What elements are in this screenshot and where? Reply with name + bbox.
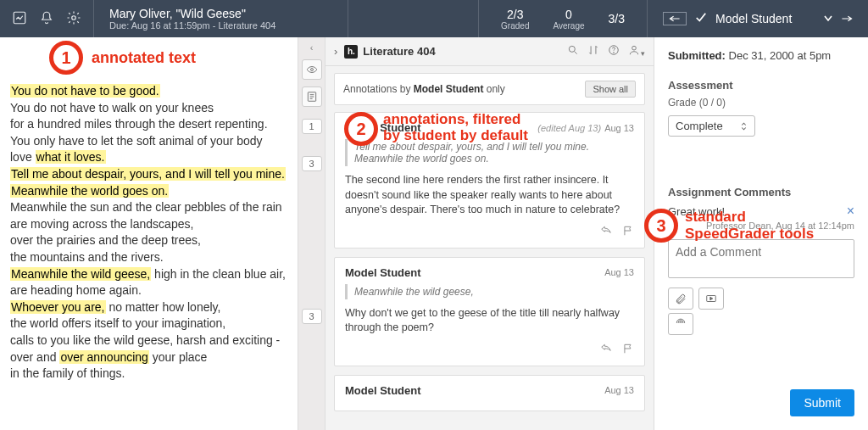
annotation-body: The second line here renders the first r… bbox=[345, 173, 634, 218]
gutter-count[interactable]: 3 bbox=[302, 156, 322, 171]
assessment-heading: Assessment bbox=[668, 79, 854, 92]
chevron-right-icon[interactable]: › bbox=[334, 45, 337, 58]
stat-graded-label: Graded bbox=[501, 21, 529, 31]
delete-comment-icon[interactable]: × bbox=[847, 204, 854, 219]
student-selector: Model Student bbox=[648, 0, 868, 37]
annotation-card[interactable]: Model StudentAug 13 bbox=[334, 375, 645, 411]
document-line: You only have to let the soft animal of … bbox=[10, 133, 289, 150]
document-line: for a hundred miles through the desert r… bbox=[10, 116, 289, 133]
gutter-count[interactable]: 1 bbox=[302, 119, 322, 134]
annotations-toolbar: ▾ bbox=[567, 44, 645, 59]
chevron-left-icon[interactable]: ‹ bbox=[310, 42, 314, 53]
comment-text: Great work! bbox=[668, 205, 725, 218]
document-line: calls to you like the wild geese, harsh … bbox=[10, 332, 289, 349]
submit-button[interactable]: Submit bbox=[790, 389, 854, 416]
media-comment-button[interactable] bbox=[698, 288, 724, 310]
comment-meta: Professor Dean, Aug 14 at 12:14pm bbox=[668, 221, 854, 231]
comments-heading: Assignment Comments bbox=[668, 186, 854, 198]
speedgrader-topbar: Mary Oliver, "Wild Geese" Due: Aug 16 at… bbox=[0, 0, 868, 37]
help-icon[interactable] bbox=[608, 44, 620, 59]
document-column: You do not have to be good.You do not ha… bbox=[0, 37, 298, 430]
svg-point-1 bbox=[72, 15, 76, 20]
stat-graded-value: 2/3 bbox=[501, 8, 529, 21]
document-line: are moving across the landscapes, bbox=[10, 216, 289, 233]
attach-file-button[interactable] bbox=[668, 288, 693, 310]
document-line: the mountains and the rivers. bbox=[10, 249, 289, 266]
stat-average-value: 0 bbox=[553, 8, 584, 21]
grade-select[interactable]: Complete bbox=[668, 115, 755, 137]
document-line: You do not have to walk on your knees bbox=[10, 100, 289, 117]
next-student-button[interactable] bbox=[841, 14, 853, 24]
main-content: You do not have to be good.You do not ha… bbox=[0, 37, 868, 430]
assignment-title[interactable]: Mary Oliver, "Wild Geese" bbox=[109, 7, 332, 20]
gutter-count[interactable]: 3 bbox=[302, 309, 322, 324]
reply-icon[interactable] bbox=[600, 343, 612, 357]
highlight[interactable]: You do not have to be good. bbox=[10, 84, 160, 98]
speedgrader-panel: Submitted: Dec 31, 2000 at 5pm Assessmen… bbox=[654, 37, 868, 430]
prev-student-button[interactable] bbox=[663, 12, 687, 25]
document-line: over the prairies and the deep trees, bbox=[10, 232, 289, 249]
document-line: in the family of things. bbox=[10, 366, 289, 383]
assignment-title-block: Mary Oliver, "Wild Geese" Due: Aug 16 at… bbox=[94, 0, 348, 37]
search-icon[interactable] bbox=[567, 44, 579, 59]
show-all-button[interactable]: Show all bbox=[585, 81, 636, 98]
comment-row: Great work! × bbox=[668, 204, 854, 219]
attachment-row-2 bbox=[668, 313, 854, 335]
annotation-quote: Tell me about despair, yours, and I will… bbox=[345, 139, 634, 166]
svg-point-6 bbox=[614, 53, 615, 53]
highlight[interactable]: Whoever you are, bbox=[10, 300, 106, 314]
stat-average: 0 Average bbox=[553, 8, 584, 31]
submitted-value: Dec 31, 2000 at 5pm bbox=[729, 49, 832, 62]
annotation-cards-list: Model Student(edited Aug 13)Aug 13Tell m… bbox=[326, 112, 654, 428]
topbar-left-icons bbox=[0, 0, 94, 37]
annotation-card[interactable]: Model Student(edited Aug 13)Aug 13Tell m… bbox=[334, 112, 645, 249]
filter-student-name: Model Student bbox=[414, 83, 484, 95]
highlight[interactable]: Tell me about despair, yours, and I will… bbox=[10, 167, 286, 181]
note-button[interactable] bbox=[302, 87, 322, 107]
document-line: You do not have to be good. bbox=[10, 83, 289, 100]
stat-count: 3/3 bbox=[609, 12, 625, 25]
highlight[interactable]: what it loves. bbox=[36, 150, 106, 164]
document-line: Meanwhile the sun and the clear pebbles … bbox=[10, 199, 289, 216]
settings-icon[interactable] bbox=[66, 10, 81, 28]
annotation-author: Model Student bbox=[345, 384, 421, 397]
sort-icon[interactable] bbox=[587, 44, 599, 59]
stat-graded: 2/3 Graded bbox=[501, 8, 529, 31]
highlight[interactable]: Meanwhile the wild geese, bbox=[10, 267, 151, 281]
svg-point-7 bbox=[632, 46, 637, 50]
gradebook-icon[interactable] bbox=[12, 10, 27, 28]
submitted-line: Submitted: Dec 31, 2000 at 5pm bbox=[668, 49, 854, 62]
annotation-card[interactable]: Model StudentAug 13Meanwhile the wild ge… bbox=[334, 257, 645, 366]
student-dropdown-icon[interactable] bbox=[824, 15, 832, 22]
stat-count-value: 3/3 bbox=[609, 12, 625, 25]
submitted-label: Submitted: bbox=[668, 49, 726, 62]
visibility-toggle-button[interactable] bbox=[302, 59, 322, 80]
filter-prefix: Annotations by bbox=[343, 83, 414, 95]
document-line: Meanwhile the wild geese, high in the cl… bbox=[10, 266, 289, 283]
svg-point-4 bbox=[569, 46, 575, 52]
reply-icon[interactable] bbox=[600, 225, 612, 239]
attachment-row bbox=[668, 288, 854, 310]
flag-icon[interactable] bbox=[622, 343, 634, 357]
flag-icon[interactable] bbox=[622, 225, 634, 239]
highlight[interactable]: Meanwhile the world goes on. bbox=[10, 184, 169, 198]
highlight[interactable]: over announcing bbox=[59, 350, 149, 364]
user-menu-icon[interactable]: ▾ bbox=[628, 44, 645, 59]
grade-summary: Grade (0 / 0) bbox=[668, 97, 854, 109]
notifications-icon[interactable] bbox=[39, 10, 54, 28]
annotations-header: › h. Literature 404 ▾ bbox=[326, 37, 654, 66]
annotations-body: › h. Literature 404 ▾ Annotations by Mod… bbox=[326, 37, 654, 430]
svg-point-2 bbox=[310, 69, 313, 71]
current-student-name[interactable]: Model Student bbox=[715, 12, 815, 25]
speech-recognition-button[interactable] bbox=[668, 313, 693, 335]
annotation-author: Model Student bbox=[345, 121, 421, 134]
course-title: Literature 404 bbox=[363, 45, 567, 58]
submission-complete-icon bbox=[695, 12, 707, 26]
annotation-quote: Meanwhile the wild geese, bbox=[345, 284, 634, 299]
add-comment-input[interactable] bbox=[668, 239, 854, 278]
document-line: over and over announcing your place bbox=[10, 349, 289, 366]
filter-text: Annotations by Model Student only bbox=[343, 83, 505, 95]
document-line: the world offers itself to your imaginat… bbox=[10, 316, 289, 332]
annotation-body: Why don't we get to the geese of the tit… bbox=[345, 306, 634, 336]
document-line: love what it loves. bbox=[10, 149, 289, 166]
